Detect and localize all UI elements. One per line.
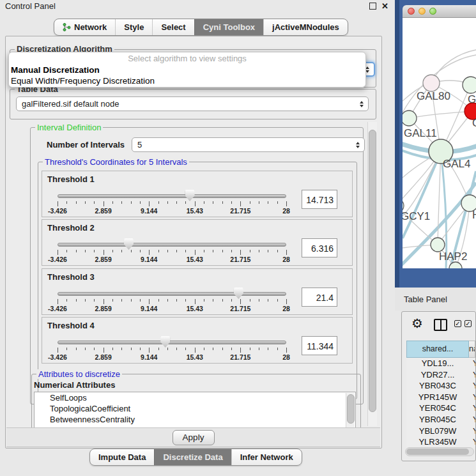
tab-cyni-toolbox[interactable]: Cyni Toolbox xyxy=(194,19,263,35)
table-panel: ⚙ ✓ ✓ shared... na YDL19...YDL1 YDR27...… xyxy=(401,311,476,461)
table-panel-title: Table Panel xyxy=(404,295,447,304)
list-item[interactable]: SelfLoops xyxy=(35,392,355,403)
list-item[interactable]: BetweennessCentrality xyxy=(35,414,355,425)
node-label: GAL80 xyxy=(417,90,450,102)
column-header-name[interactable]: na xyxy=(469,341,475,358)
number-of-intervals-combobox[interactable]: 5 xyxy=(132,137,365,152)
table-row[interactable]: YBR043CYBR0 xyxy=(406,380,475,392)
slider-thumb[interactable] xyxy=(185,190,195,201)
dropdown-option-equal-width[interactable]: Equal Width/Frequency Discretization xyxy=(9,75,365,86)
minimize-traffic-icon[interactable] xyxy=(418,8,426,15)
tab-network[interactable]: Network xyxy=(54,19,115,35)
combo-spinner-icon xyxy=(360,101,364,107)
table-row[interactable]: YDR27...YDR2 xyxy=(406,369,475,381)
tab-style[interactable]: Style xyxy=(115,19,152,35)
interval-definition-group-title: Interval Definition xyxy=(35,123,103,132)
control-panel-titlebar: Control Panel ✕ xyxy=(0,0,395,13)
tab-impute-data[interactable]: Impute Data xyxy=(90,449,154,465)
network-node[interactable] xyxy=(423,75,440,91)
slider-ticks xyxy=(58,250,286,256)
table-panel-titlebar: Table Panel xyxy=(395,288,476,311)
application-window: Control Panel ✕ Network Style Select Cyn… xyxy=(0,0,476,476)
table-rows[interactable]: YDL19...YDL1 YDR27...YDR2 YBR043CYBR0 YP… xyxy=(406,358,475,447)
table-row[interactable]: YLR345WYLR3 xyxy=(406,436,475,447)
node-label: C xyxy=(472,117,476,129)
settings-scrollbar[interactable] xyxy=(367,122,377,426)
network-node[interactable] xyxy=(431,238,445,252)
threshold-1-panel: Threshold 1 -3.4262.8599.14415.4321.7152… xyxy=(42,171,353,217)
table-header-row: shared... na xyxy=(406,341,475,358)
threshold-4-panel: Threshold 4 -3.4262.8599.14415.4321.7152… xyxy=(42,317,353,364)
node-label: H xyxy=(472,209,476,221)
table-row[interactable]: YBL079WYBL0 xyxy=(406,426,475,437)
checkbox-checked-icon[interactable]: ✓ xyxy=(454,320,461,327)
apply-button[interactable]: Apply xyxy=(173,430,215,445)
slider-ticklabels: -3.4262.8599.14415.4321.71528 xyxy=(58,353,286,361)
threshold-4-value-field[interactable]: 11.344 xyxy=(302,336,337,355)
table-row[interactable]: YDL19...YDL1 xyxy=(406,358,475,369)
list-item[interactable]: TopologicalCoefficient xyxy=(35,403,355,414)
attributes-group-title: Attributes to discretize xyxy=(36,369,122,379)
table-horizontal-scrollbar[interactable] xyxy=(405,447,474,456)
split-column-icon[interactable] xyxy=(434,319,447,331)
threshold-1-slider[interactable] xyxy=(58,194,286,198)
network-node[interactable] xyxy=(463,77,476,93)
threshold-2-slider[interactable] xyxy=(58,243,286,247)
tab-discretize-data[interactable]: Discretize Data xyxy=(154,449,231,465)
tab-select[interactable]: Select xyxy=(152,19,194,35)
threshold-3-panel: Threshold 3 -3.4262.8599.14415.4321.7152… xyxy=(42,268,353,315)
number-of-intervals-label: Number of Intervals xyxy=(47,140,125,150)
table-row[interactable]: YBR045CYBR0 xyxy=(406,414,475,426)
gear-icon[interactable]: ⚙ xyxy=(411,316,423,331)
checkbox-checked-icon[interactable]: ✓ xyxy=(464,320,472,327)
list-scrollbar[interactable] xyxy=(346,393,355,427)
network-icon xyxy=(63,23,71,31)
node-label: GA xyxy=(468,93,476,105)
threshold-3-slider[interactable] xyxy=(58,292,286,296)
numerical-attributes-list[interactable]: SelfLoops TopologicalCoefficient Between… xyxy=(34,392,356,429)
threshold-4-label: Threshold 4 xyxy=(47,321,95,330)
network-canvas[interactable]: GAL80 GA C GAL11 GAL4 GCY1 H HAP2 xyxy=(403,18,476,268)
slider-thumb[interactable] xyxy=(234,288,243,299)
threshold-3-label: Threshold 3 xyxy=(47,272,95,282)
network-window-titlebar[interactable] xyxy=(403,5,476,18)
threshold-2-label: Threshold 2 xyxy=(47,223,95,233)
slider-ticks xyxy=(58,201,286,207)
settings-scrollbar-thumb[interactable] xyxy=(369,130,376,412)
slider-ticklabels: -3.4262.8599.14415.4321.71528 xyxy=(58,256,286,263)
table-row[interactable]: YPR145WYPR1 xyxy=(406,392,475,403)
table-horizontal-scrollbar-thumb[interactable] xyxy=(406,449,469,455)
network-node[interactable] xyxy=(403,111,417,126)
list-scrollbar-thumb[interactable] xyxy=(347,394,355,424)
threshold-1-value-field[interactable]: 14.713 xyxy=(302,190,337,209)
slider-thumb[interactable] xyxy=(160,336,170,348)
tab-infer-network[interactable]: Infer Network xyxy=(231,449,302,465)
table-row[interactable]: YER054CYER0 xyxy=(406,403,475,414)
slider-ticklabels: -3.4262.8599.14415.4321.71528 xyxy=(58,305,286,312)
slider-thumb[interactable] xyxy=(124,238,134,250)
thresholds-group-title: Threshold's Coordinates for 5 Intervals xyxy=(43,157,189,167)
combo-spinner-icon xyxy=(356,142,360,148)
float-window-icon[interactable] xyxy=(369,3,376,10)
tab-jactivemnodules[interactable]: jActiveMNodules xyxy=(263,19,348,35)
close-traffic-icon[interactable] xyxy=(408,8,415,15)
dropdown-placeholder-item[interactable]: Select algorithm to view settings xyxy=(9,52,365,65)
threshold-2-value-field[interactable]: 6.316 xyxy=(302,238,337,257)
apply-strip: Apply xyxy=(6,427,380,447)
threshold-4-slider[interactable] xyxy=(58,341,286,344)
node-label: GAL11 xyxy=(404,127,437,139)
close-icon[interactable]: ✕ xyxy=(381,2,388,10)
threshold-3-value-field[interactable]: 21.4 xyxy=(302,288,337,307)
threshold-2-panel: Threshold 2 -3.4262.8599.14415.4321.7152… xyxy=(42,219,353,266)
bottom-tab-bar: Impute Data Discretize Data Infer Networ… xyxy=(89,449,302,466)
dropdown-option-manual[interactable]: Manual Discretization xyxy=(9,65,365,75)
slider-ticks xyxy=(58,299,286,305)
zoom-traffic-icon[interactable] xyxy=(429,8,436,15)
numerical-attributes-label: Numerical Attributes xyxy=(34,380,115,390)
column-header-shared[interactable]: shared... xyxy=(406,341,469,358)
cyni-toolbox-panel: Discretization Algorithm Select algorith… xyxy=(5,36,382,449)
slider-ticklabels: -3.4262.8599.14415.4321.71528 xyxy=(58,207,286,215)
top-tab-bar: Network Style Select Cyni Toolbox jActiv… xyxy=(54,19,348,36)
table-data-combobox[interactable]: galFiltered.sif default node xyxy=(16,96,369,111)
panel-title: Control Panel xyxy=(5,0,56,13)
